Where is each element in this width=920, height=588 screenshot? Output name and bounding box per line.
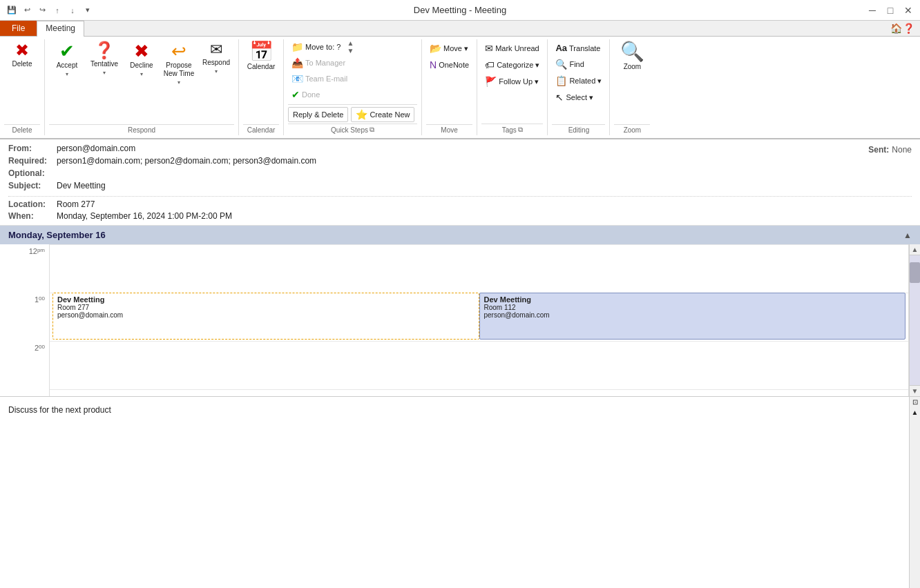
calendar-date: Monday, September 16 [8, 230, 106, 240]
calendar-header: Monday, September 16 ▲ [0, 226, 920, 244]
maximize-btn[interactable]: □ [884, 4, 897, 17]
qs-scroll-up[interactable]: ▲ [345, 39, 355, 47]
editing-group-label: Editing [552, 124, 605, 135]
respond-button[interactable]: ✉ Respond▾ [198, 39, 234, 78]
team-email-button[interactable]: 📧 Team E-mail [288, 71, 351, 86]
up-qat-btn[interactable]: ↑ [51, 4, 64, 17]
propose-new-time-button[interactable]: ↩ ProposeNew Time▾ [161, 39, 197, 89]
title-bar: 💾 ↩ ↪ ↑ ↓ ▾ Dev Meetting - Meeting ─ □ ✕ [0, 0, 920, 21]
location-value: Room 277 [57, 199, 95, 209]
quick-steps-launcher[interactable]: ⧉ [370, 126, 374, 134]
delete-label: Delete [12, 60, 32, 68]
translate-label: Translate [569, 44, 600, 52]
cal-scroll-up-arrow[interactable]: ▲ [910, 244, 921, 255]
follow-up-button[interactable]: 🚩 Follow Up ▾ [481, 74, 542, 89]
move-to-button[interactable]: 📁 Move to: ? [288, 39, 344, 55]
delete-icon: ✖ [15, 42, 29, 59]
from-label: From: [8, 144, 57, 153]
subject-value: Dev Meetting [57, 181, 868, 190]
close-btn[interactable]: ✕ [902, 4, 914, 17]
from-value: person@domain.com [57, 144, 868, 153]
minimize-btn[interactable]: ─ [866, 4, 879, 17]
delete-button[interactable]: ✖ Delete [4, 39, 40, 71]
calendar-section: Monday, September 16 ▲ 12pm 100 200 [0, 226, 920, 397]
event-left-title: Dev Meetting [57, 295, 475, 304]
event-right-room: Room 112 [484, 304, 901, 311]
follow-up-icon: 🚩 [485, 76, 497, 87]
sent-value: None [892, 145, 912, 155]
create-new-button[interactable]: ⭐ Create New [351, 107, 414, 122]
onenote-button[interactable]: N OneNote [426, 57, 472, 72]
undo-qat-btn[interactable]: ↩ [21, 4, 33, 17]
tags-launcher[interactable]: ⧉ [518, 126, 523, 134]
location-field: Location: Room 277 [8, 199, 912, 209]
categorize-label: Categorize ▾ [497, 61, 539, 70]
ribbon-group-editing: Aa Translate 🔍 Find 📋 Related ▾ ↖ Select… [548, 39, 610, 135]
accept-label: Accept▾ [57, 61, 78, 78]
ribbon-info-btn[interactable]: ❓ [902, 22, 914, 35]
subject-field: Subject: Dev Meetting [8, 181, 868, 190]
message-body[interactable]: Discuss for the next product [0, 397, 909, 588]
select-button[interactable]: ↖ Select ▾ [552, 90, 597, 105]
tags-group-label: Tags ⧉ [481, 124, 543, 135]
event-right-block[interactable]: Dev Meetting Room 112 person@domain.com [479, 293, 906, 340]
body-scroll-up[interactable]: ▲ [910, 407, 920, 418]
ribbon-help-btn[interactable]: 🏠 [890, 22, 902, 35]
create-new-label: Create New [370, 110, 410, 119]
move-btn-icon: 📂 [430, 43, 441, 54]
qs-scroll-down[interactable]: ▼ [345, 47, 355, 55]
team-email-icon: 📧 [291, 73, 303, 84]
down-qat-btn[interactable]: ↓ [66, 4, 79, 17]
subject-label: Subject: [8, 181, 57, 190]
categorize-button[interactable]: 🏷 Categorize ▾ [481, 57, 543, 72]
calendar-button[interactable]: 📅 Calendar [243, 39, 279, 74]
required-label: Required: [8, 156, 57, 166]
event-right-title: Dev Meetting [484, 295, 901, 304]
to-manager-button[interactable]: 📤 To Manager [288, 55, 349, 70]
respond-icon: ✉ [210, 42, 222, 57]
tentative-button[interactable]: ❓ Tentative▾ [86, 39, 122, 79]
respond-label: Respond▾ [202, 59, 230, 75]
cal-scroll-down-arrow[interactable]: ▼ [910, 385, 921, 396]
related-label: Related ▾ [569, 77, 602, 86]
events-column: Dev Meetting Room 277 person@domain.com … [50, 244, 909, 396]
body-scroll-config-icon[interactable]: ⊡ [910, 397, 920, 407]
tab-file[interactable]: File [0, 21, 37, 36]
move-btn-button[interactable]: 📂 Move ▾ [426, 41, 472, 56]
save-qat-btn[interactable]: 💾 [6, 4, 18, 17]
to-manager-label: To Manager [305, 59, 345, 67]
related-button[interactable]: 📋 Related ▾ [552, 73, 605, 88]
reply-delete-button[interactable]: Reply & Delete [288, 107, 348, 122]
zoom-button[interactable]: 🔍 Zoom [614, 39, 650, 74]
tab-meeting[interactable]: Meeting [37, 21, 84, 37]
translate-button[interactable]: Aa Translate [552, 41, 604, 55]
ribbon-group-delete: ✖ Delete Delete [0, 39, 45, 135]
select-label: Select ▾ [566, 93, 593, 102]
ribbon-content: ✖ Delete Delete ✔ Accept▾ ❓ Tentative▾ ✖ [0, 36, 920, 138]
more-qat-btn[interactable]: ▾ [82, 4, 94, 17]
calendar-body: 12pm 100 200 Dev Meetting Room 277 perso… [0, 244, 920, 396]
move-to-label: Move to: ? [305, 43, 341, 51]
calendar-group-label: Calendar [243, 124, 279, 135]
required-value: person1@domain.com; person2@domain.com; … [57, 156, 868, 166]
decline-button[interactable]: ✖ Decline▾ [124, 39, 160, 81]
propose-label: ProposeNew Time▾ [164, 61, 194, 86]
find-icon: 🔍 [555, 59, 567, 70]
done-button[interactable]: ✔ Done [288, 87, 323, 102]
redo-qat-btn[interactable]: ↪ [36, 4, 48, 17]
tentative-label: Tentative▾ [90, 60, 118, 77]
find-button[interactable]: 🔍 Find [552, 57, 587, 72]
event-left-block[interactable]: Dev Meetting Room 277 person@domain.com [52, 293, 479, 340]
cal-scroll-up[interactable]: ▲ [903, 231, 912, 240]
calendar-icon: 📅 [249, 42, 274, 61]
optional-label: Optional: [8, 168, 57, 178]
mark-unread-button[interactable]: ✉ Mark Unread [481, 41, 543, 56]
ribbon-group-move: 📂 Move ▾ N OneNote Move [422, 39, 477, 135]
window-controls: ─ □ ✕ [866, 4, 914, 17]
event-right-person: person@domain.com [484, 311, 901, 319]
location-label: Location: [8, 199, 57, 209]
to-manager-icon: 📤 [291, 57, 303, 68]
time-column: 12pm 100 200 [0, 244, 50, 396]
quick-steps-group-label: Quick Steps ⧉ [288, 124, 417, 135]
accept-button[interactable]: ✔ Accept▾ [49, 39, 85, 81]
